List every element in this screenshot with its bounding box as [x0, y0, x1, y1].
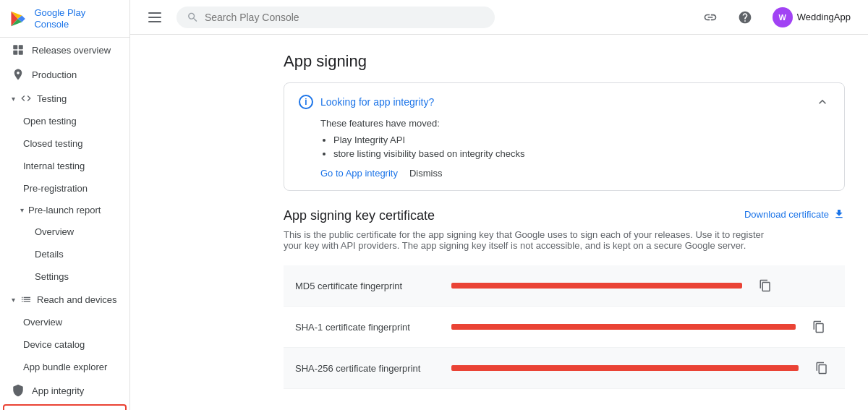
sidebar-item-internal-testing[interactable]: Internal testing [0, 155, 129, 177]
go-to-app-integrity-link[interactable]: Go to App integrity [320, 168, 398, 179]
collapse-icon [815, 95, 830, 109]
info-banner-title-text: Looking for app integrity? [320, 96, 434, 108]
download-label: Download certificate [744, 209, 829, 220]
sidebar-item-label: App bundle explorer [23, 362, 107, 372]
sha256-label: SHA-256 certificate fingerprint [295, 363, 440, 374]
info-banner-title: i Looking for app integrity? [299, 95, 434, 109]
sidebar: Google Play Console Releases overview Pr… [0, 0, 130, 410]
sidebar-item-label: Settings [35, 271, 69, 282]
sidebar-item-details[interactable]: Details [0, 243, 129, 265]
sidebar-item-label: Closed testing [23, 138, 82, 149]
link-icon-button[interactable] [697, 4, 723, 30]
sidebar-item-reach-overview[interactable]: Overview [0, 311, 129, 333]
dismiss-link[interactable]: Dismiss [409, 168, 443, 179]
info-banner-bullet1: Play Integrity API [333, 134, 830, 145]
sidebar-item-testing[interactable]: ▾ Testing [0, 87, 129, 110]
sidebar-item-overview[interactable]: Overview [0, 221, 129, 243]
user-name-label: WeddingApp [797, 12, 851, 22]
sidebar-item-label: Pre-launch report [28, 205, 101, 215]
user-account-button[interactable]: W WeddingApp [767, 4, 856, 30]
sidebar-item-label: Internal testing [23, 161, 85, 171]
sidebar-item-production[interactable]: Production [0, 62, 129, 87]
fingerprint-row-sha1: SHA-1 certificate fingerprint [284, 307, 845, 348]
svg-rect-1 [19, 45, 23, 49]
testing-icon [20, 92, 33, 105]
fingerprint-row-md5: MD5 certificate fingerprint [284, 265, 845, 307]
search-bar[interactable] [176, 7, 495, 28]
sidebar-item-label: Testing [37, 93, 67, 104]
fingerprints-container: MD5 certificate fingerprint SHA-1 certif… [284, 265, 845, 389]
sidebar-item-pre-launch-report[interactable]: ▾ Pre-launch report [0, 200, 129, 221]
info-banner: i Looking for app integrity? These featu… [284, 82, 845, 191]
cert-header: App signing key certificate Download cer… [284, 208, 845, 223]
md5-value-bar [451, 283, 742, 289]
svg-rect-3 [19, 51, 23, 55]
topbar-right: W WeddingApp [697, 4, 856, 30]
svg-rect-0 [13, 45, 17, 49]
cert-description: This is the public certificate for the a… [284, 229, 775, 251]
sidebar-item-app-integrity[interactable]: App integrity [0, 378, 129, 403]
chart-icon [20, 293, 33, 306]
info-banner-header[interactable]: i Looking for app integrity? [299, 95, 830, 109]
pre-launch-chevron-icon: ▾ [20, 206, 24, 214]
info-banner-body: These features have moved: Play Integrit… [299, 118, 830, 179]
sha256-value-bar [451, 365, 799, 371]
cert-title: App signing key certificate [284, 208, 435, 223]
sha256-copy-button[interactable] [810, 356, 833, 380]
sha1-copy-button[interactable] [807, 315, 830, 338]
shield-icon [12, 384, 25, 397]
releases-overview-icon [12, 43, 25, 56]
main-content: App signing i Looking for app integrity?… [260, 35, 868, 410]
sidebar-item-label: Overview [23, 317, 62, 328]
sidebar-item-label: Reach and devices [37, 294, 117, 305]
banner-actions: Go to App integrity Dismiss [320, 168, 830, 179]
download-icon [833, 208, 845, 220]
search-icon [187, 11, 199, 24]
user-avatar: W [773, 7, 793, 27]
topbar: W WeddingApp [130, 0, 868, 35]
sidebar-item-label: Overview [35, 226, 74, 237]
sidebar-item-app-bundle-explorer[interactable]: App bundle explorer [0, 356, 129, 378]
sidebar-item-label: Open testing [23, 116, 77, 127]
testing-chevron-icon: ▾ [12, 95, 15, 103]
sidebar-item-reach-and-devices[interactable]: ▾ Reach and devices [0, 288, 129, 311]
info-banner-intro: These features have moved: [320, 118, 830, 129]
sidebar-item-label: Pre-registration [23, 183, 88, 194]
sidebar-item-setup[interactable]: Setup [4, 406, 125, 410]
sidebar-item-label: Releases overview [32, 45, 111, 56]
sidebar-item-label: Production [32, 69, 77, 80]
cert-section: App signing key certificate Download cer… [284, 208, 845, 389]
search-input[interactable] [205, 12, 485, 23]
md5-label: MD5 certificate fingerprint [295, 281, 440, 291]
production-icon [12, 68, 25, 81]
app-name-label: Google Play Console [34, 7, 121, 30]
page-title: App signing [284, 52, 845, 71]
svg-rect-2 [13, 51, 17, 55]
sidebar-item-releases-overview[interactable]: Releases overview [0, 38, 129, 62]
sha1-value-bar [451, 324, 796, 330]
sidebar-item-label: App integrity [32, 385, 84, 396]
sidebar-item-pre-registration[interactable]: Pre-registration [0, 177, 129, 200]
download-certificate-button[interactable]: Download certificate [744, 208, 845, 220]
reach-chevron-icon: ▾ [12, 296, 15, 304]
sidebar-item-closed-testing[interactable]: Closed testing [0, 132, 129, 155]
sidebar-item-label: Device catalog [23, 339, 85, 350]
hamburger-menu-button[interactable] [142, 4, 168, 30]
sidebar-item-device-catalog[interactable]: Device catalog [0, 333, 129, 356]
md5-copy-button[interactable] [754, 274, 777, 297]
help-icon-button[interactable] [732, 4, 758, 30]
play-store-logo-icon [9, 9, 28, 29]
sha1-label: SHA-1 certificate fingerprint [295, 322, 440, 333]
info-banner-bullet2: store listing visibility based on integr… [333, 148, 830, 159]
sidebar-item-open-testing[interactable]: Open testing [0, 110, 129, 132]
user-initial: W [779, 13, 786, 22]
sidebar-item-settings[interactable]: Settings [0, 265, 129, 288]
sidebar-header: Google Play Console [0, 0, 129, 38]
fingerprint-row-sha256: SHA-256 certificate fingerprint [284, 348, 845, 389]
sidebar-item-label: Details [35, 249, 64, 260]
info-icon: i [299, 95, 313, 109]
